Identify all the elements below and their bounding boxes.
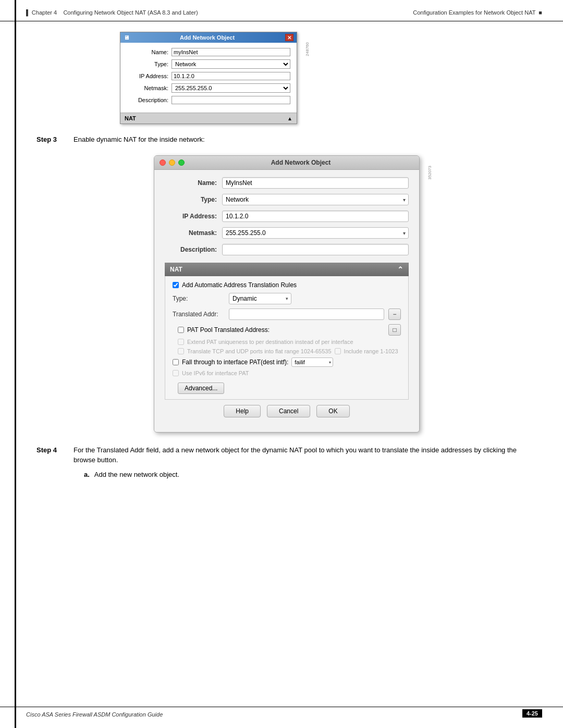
page-header: ▌ Chapter 4 Configuring Network Object N… bbox=[0, 0, 563, 21]
fall-through-label: Fall through to interface PAT(dest intf)… bbox=[182, 359, 288, 366]
mac-title-text: Add Network Object bbox=[188, 159, 414, 166]
chapter-label: Chapter 4 bbox=[32, 9, 57, 16]
mac-netmask-select[interactable]: 255.255.255.0 bbox=[222, 227, 409, 239]
mac-ip-input[interactable] bbox=[222, 211, 409, 222]
mac-desc-row: Description: bbox=[165, 244, 409, 255]
step4-text: For the Translated Addr field, add a new… bbox=[74, 445, 537, 480]
win-type-label: Type: bbox=[127, 61, 168, 67]
watermark-248760: 248760 bbox=[305, 42, 310, 56]
win-type-row: Type: Network bbox=[127, 59, 290, 69]
extend-pat-checkbox bbox=[178, 339, 184, 345]
watermark-352073: 352073 bbox=[427, 166, 432, 180]
header-right: Configuration Examples for Network Objec… bbox=[413, 9, 542, 16]
nat-translated-input[interactable] bbox=[229, 309, 384, 320]
mac-name-row: Name: bbox=[165, 177, 409, 189]
mac-dialog-body: Name: Type: Network ▾ bbox=[154, 170, 419, 432]
nat-auto-translate-label: Add Automatic Address Translation Rules bbox=[182, 281, 297, 289]
win-title-bar: 🖥 Add Network Object ✕ bbox=[120, 32, 297, 43]
mac-ip-row: IP Address: bbox=[165, 211, 409, 222]
step4-block: Step 4 For the Translated Addr field, ad… bbox=[36, 445, 537, 480]
nat-body: Add Automatic Address Translation Rules … bbox=[165, 276, 409, 400]
win-ip-label: IP Address: bbox=[127, 73, 168, 79]
win-desc-row: Description: bbox=[127, 96, 290, 104]
nat-translated-browse-button[interactable]: − bbox=[388, 309, 401, 320]
mac-type-label: Type: bbox=[165, 196, 222, 203]
win-netmask-row: Netmask: 255.255.255.0 bbox=[127, 83, 290, 93]
win-type-select[interactable]: Network bbox=[172, 59, 290, 69]
nat-section-label: NAT bbox=[170, 266, 182, 273]
win-ip-row: IP Address: bbox=[127, 72, 290, 80]
page-footer: Cisco ASA Series Firewall ASDM Configura… bbox=[0, 707, 563, 718]
pat-pool-row: PAT Pool Translated Address: □ bbox=[173, 324, 401, 336]
dialog-buttons: Help Cancel OK bbox=[165, 400, 409, 425]
mac-close-button[interactable] bbox=[160, 159, 166, 166]
header-left: ▌ Chapter 4 Configuring Network Object N… bbox=[26, 9, 198, 16]
translate-tcp-checkbox bbox=[178, 348, 184, 354]
translate-tcp-row: Translate TCP and UDP ports into flat ra… bbox=[173, 348, 401, 354]
mac-netmask-select-wrapper: 255.255.255.0 ▾ bbox=[222, 227, 409, 239]
mac-title-bar: Add Network Object bbox=[154, 156, 419, 170]
step4-label: Step 4 bbox=[36, 445, 65, 454]
nat-section-header: NAT ⌃ bbox=[165, 263, 409, 276]
win-ip-input[interactable] bbox=[172, 72, 290, 80]
step4-main-text: For the Translated Addr field, add a new… bbox=[74, 446, 517, 464]
header-right-text: Configuration Examples for Network Objec… bbox=[413, 9, 535, 16]
cancel-button[interactable]: Cancel bbox=[267, 405, 310, 417]
footer-title: Cisco ASA Series Firewall ASDM Configura… bbox=[26, 707, 163, 718]
fall-through-select-wrapper: failif ▾ bbox=[291, 357, 333, 367]
mac-name-input[interactable] bbox=[222, 177, 409, 189]
win-desc-input[interactable] bbox=[172, 96, 290, 104]
mac-type-select[interactable]: Network bbox=[222, 194, 409, 205]
mac-minimize-button[interactable] bbox=[169, 159, 175, 166]
mac-name-label: Name: bbox=[165, 179, 222, 187]
win-name-input[interactable] bbox=[172, 48, 290, 56]
footer-page: 4-25 bbox=[522, 709, 542, 718]
nat-translated-label: Translated Addr: bbox=[173, 311, 225, 318]
translate-tcp-label: Translate TCP and UDP ports into flat ra… bbox=[187, 348, 332, 354]
fall-through-select[interactable]: failif bbox=[291, 357, 333, 367]
win-name-row: Name: bbox=[127, 48, 290, 56]
mac-type-row: Type: Network ▾ bbox=[165, 194, 409, 205]
ok-button[interactable]: OK bbox=[316, 405, 349, 417]
mac-ip-label: IP Address: bbox=[165, 213, 222, 220]
header-right-pipe: ■ bbox=[538, 9, 542, 16]
win-nat-section: NAT ▲ bbox=[120, 113, 297, 124]
win-title-icon: 🖥 bbox=[124, 34, 129, 41]
mac-maximize-button[interactable] bbox=[178, 159, 185, 166]
step4-sub-a: a. Add the new network object. bbox=[84, 470, 537, 480]
fall-through-row: Fall through to interface PAT(dest intf)… bbox=[173, 357, 401, 367]
step3-text: Enable dynamic NAT for the inside networ… bbox=[74, 134, 537, 145]
nat-collapse-button[interactable]: ⌃ bbox=[397, 265, 403, 274]
windows-dialog: 🖥 Add Network Object ✕ Name: Type: Netwo… bbox=[120, 32, 297, 124]
pat-browse-button[interactable]: □ bbox=[388, 324, 401, 336]
mac-netmask-label: Netmask: bbox=[165, 229, 222, 237]
main-content: 🖥 Add Network Object ✕ Name: Type: Netwo… bbox=[0, 21, 563, 500]
help-button[interactable]: Help bbox=[224, 405, 261, 417]
step3-block: Step 3 Enable dynamic NAT for the inside… bbox=[36, 134, 537, 145]
step4-area: Step 4 For the Translated Addr field, ad… bbox=[36, 445, 537, 480]
pat-pool-checkbox[interactable] bbox=[178, 327, 184, 333]
step4-sub-a-label: a. bbox=[84, 471, 90, 478]
win-close-button[interactable]: ✕ bbox=[285, 34, 293, 41]
nat-auto-translate-checkbox[interactable] bbox=[173, 282, 179, 288]
ipv6-checkbox bbox=[173, 370, 179, 376]
extend-pat-row: Extend PAT uniqueness to per destination… bbox=[173, 339, 401, 345]
win-name-label: Name: bbox=[127, 49, 168, 55]
win-netmask-label: Netmask: bbox=[127, 85, 168, 91]
mac-desc-label: Description: bbox=[165, 246, 222, 253]
step4-sub-a-text: Add the new network object. bbox=[94, 471, 179, 478]
nat-type-label: Type: bbox=[173, 295, 225, 302]
ipv6-label: Use IPv6 for interface PAT bbox=[182, 370, 249, 376]
advanced-button[interactable]: Advanced... bbox=[178, 382, 224, 394]
page-left-border bbox=[15, 0, 16, 728]
extend-pat-label: Extend PAT uniqueness to per destination… bbox=[187, 339, 353, 345]
chapter-title: Configuring Network Object NAT (ASA 8.3 … bbox=[63, 9, 198, 16]
win-nat-collapse-icon[interactable]: ▲ bbox=[287, 116, 292, 121]
win-desc-label: Description: bbox=[127, 97, 168, 103]
fall-through-checkbox[interactable] bbox=[173, 359, 179, 365]
nat-type-select[interactable]: Dynamic bbox=[229, 293, 291, 304]
mac-desc-input[interactable] bbox=[222, 244, 409, 255]
win-netmask-select[interactable]: 255.255.255.0 bbox=[172, 83, 290, 93]
header-pipe: ▌ bbox=[26, 9, 30, 16]
win-nat-label: NAT bbox=[125, 115, 136, 121]
